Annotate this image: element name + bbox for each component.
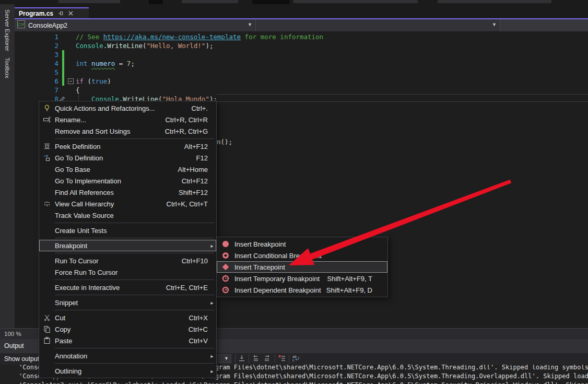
cut-icon [39, 313, 55, 322]
menu-item-shortcut: Shift+F12 [179, 189, 208, 196]
code-line-4: 4int numero = 7; [15, 59, 588, 68]
menu-separator [55, 363, 214, 364]
menu-item-insert-breakpoint[interactable]: Insert Breakpoint [217, 238, 387, 250]
submenu-arrow-icon: ▸ [208, 368, 216, 374]
menu-item-label: Cut [55, 314, 65, 322]
menu-item-shortcut: Ctrl+F10 [182, 257, 208, 265]
menu-item-execute-in-interactive[interactable]: Execute in InteractiveCtrl+E, Ctrl+E [39, 282, 216, 293]
chevron-down-icon: ▼ [248, 22, 252, 27]
menu-item-label: Insert Breakpoint [234, 240, 286, 248]
menu-item-shortcut: Ctrl+R, Ctrl+R [165, 116, 208, 124]
pin-icon[interactable] [58, 10, 64, 16]
goto-definition-icon [39, 154, 55, 162]
line-number: 4 [45, 59, 58, 68]
toolbar-fragment [149, 0, 163, 4]
menu-item-find-all-references[interactable]: Find All ReferencesShift+F12 [39, 187, 216, 198]
menu-item-label: Breakpoint [55, 242, 87, 250]
breakpoint-submenu: Insert BreakpointInsert Conditional Brea… [216, 237, 388, 297]
code-line-6: 6−if (true) [15, 77, 588, 86]
menu-item-snippet[interactable]: Snippet▸ [39, 297, 216, 308]
menu-item-label: Peek Definition [55, 143, 100, 150]
menu-item-cut[interactable]: CutCtrl+X [39, 312, 216, 323]
conditional-breakpoint-icon [217, 251, 234, 260]
menu-item-insert-dependent-breakpoint[interactable]: Insert Dependent BreakpointShift+Alt+F9,… [217, 284, 387, 296]
menu-item-label: View Call Hierarchy [55, 200, 114, 208]
menu-item-label: Outlining [55, 367, 81, 375]
rail-item-server-explorer[interactable]: Server Explorer [0, 9, 15, 52]
project-dropdown-label: ConsoleApp2 [28, 22, 67, 29]
menu-item-outlining[interactable]: Outlining▸ [39, 365, 216, 377]
collapse-toggle[interactable]: − [68, 78, 74, 84]
menu-item-shortcut: Ctrl+R, Ctrl+G [165, 127, 208, 135]
submenu-arrow-icon: ▸ [208, 300, 216, 306]
toolbar-separator [275, 354, 275, 363]
word-wrap-button[interactable]: abc [291, 354, 301, 364]
call-hierarchy-icon [39, 200, 55, 208]
menu-item-quick-actions-and-refactorings[interactable]: Quick Actions and Refactorings...Ctrl+. [39, 102, 216, 114]
menu-item-shortcut: Ctrl+V [189, 337, 208, 345]
next-message-button[interactable] [262, 354, 272, 364]
menu-item-paste[interactable]: PasteCtrl+V [39, 335, 216, 346]
line-number: 5 [45, 68, 58, 77]
menu-item-force-run-to-cursor[interactable]: Force Run To Cursor [39, 266, 216, 278]
member-dropdown[interactable]: ▼ [256, 19, 500, 31]
editor-context-menu: Quick Actions and Refactorings...Ctrl+.R… [39, 101, 217, 378]
menu-item-label: Copy [55, 325, 70, 333]
menu-separator [55, 253, 214, 253]
menu-separator [55, 348, 214, 348]
menu-item-go-to-implementation[interactable]: Go To ImplementationCtrl+F12 [39, 175, 216, 187]
menu-item-label: Go To Base [55, 166, 90, 173]
menu-item-insert-temporary-breakpoint[interactable]: Insert Temporary BreakpointShift+Alt+F9,… [217, 273, 387, 284]
menu-item-view-call-hierarchy[interactable]: View Call HierarchyCtrl+K, Ctrl+T [39, 198, 216, 210]
rename-icon [39, 115, 55, 124]
menu-item-remove-and-sort-usings[interactable]: Remove and Sort UsingsCtrl+R, Ctrl+G [39, 125, 216, 137]
menu-item-label: Track Value Source [55, 212, 114, 219]
zoom-level[interactable]: 100 % [4, 331, 21, 337]
menu-item-create-unit-tests[interactable]: Create Unit Tests [39, 225, 216, 236]
menu-item-go-to-base[interactable]: Go To BaseAlt+Home [39, 164, 216, 175]
toolbar-fragment [58, 0, 120, 3]
menu-separator [55, 310, 214, 310]
code-line-5: 5 [15, 68, 588, 77]
menu-item-track-value-source[interactable]: Track Value Source [39, 210, 216, 221]
rail-item-toolbox[interactable]: Toolbox [0, 57, 15, 79]
toolbar-fragment [252, 0, 290, 4]
copy-icon [39, 325, 55, 333]
svg-text:C#: C# [18, 22, 25, 27]
menu-item-label: Go To Definition [55, 154, 103, 162]
chevron-down-icon: ▼ [224, 356, 229, 361]
menu-item-shortcut: Ctrl+F12 [182, 177, 208, 185]
previous-message-button[interactable] [251, 354, 261, 364]
menu-item-rename[interactable]: Rename...Ctrl+R, Ctrl+R [39, 114, 216, 125]
editor-divider-line [217, 94, 588, 95]
menu-item-annotation[interactable]: Annotation▸ [39, 350, 216, 362]
find-message-button[interactable] [237, 354, 246, 364]
left-tool-rail: Server Explorer Toolbox [0, 4, 15, 328]
menu-item-run-to-cursor[interactable]: Run To CursorCtrl+F10 [39, 255, 216, 266]
menu-item-label: Insert Tracepoint [234, 263, 285, 271]
menu-item-label: Paste [55, 337, 72, 345]
output-line: 'ConsoleApp2.exe' (CoreCLR: clrhost): Lo… [19, 381, 588, 384]
menu-item-shortcut: F12 [196, 154, 208, 162]
document-tab-program-cs[interactable]: Program.cs [15, 7, 89, 18]
menu-item-shortcut: Alt+Home [178, 166, 208, 173]
clear-all-button[interactable] [277, 354, 287, 364]
peek-definition-icon [39, 142, 55, 150]
project-dropdown[interactable]: C# ConsoleApp2 ▼ [15, 19, 256, 31]
menu-item-insert-tracepoint[interactable]: Insert Tracepoint [217, 261, 387, 273]
code-line-1: 1// See https://aka.ms/new-console-templ… [15, 32, 588, 41]
menu-item-breakpoint[interactable]: Breakpoint▸ [39, 240, 216, 251]
close-icon[interactable] [68, 11, 73, 16]
menu-item-shortcut: Ctrl+. [192, 104, 208, 112]
menu-item-insert-conditional-breakpoint[interactable]: Insert Conditional Breakpoint [217, 250, 387, 261]
menu-item-label: Go To Implementation [55, 177, 121, 185]
document-tab-strip: Program.cs [15, 4, 588, 18]
menu-item-label: Find All References [55, 189, 114, 196]
temporary-breakpoint-icon [217, 274, 234, 283]
menu-item-copy[interactable]: CopyCtrl+C [39, 323, 216, 335]
line-number: 7 [45, 86, 58, 95]
csharp-project-icon: C# [17, 20, 25, 30]
navigation-bar: C# ConsoleApp2 ▼ ▼ [15, 19, 588, 31]
menu-item-go-to-definition[interactable]: Go To DefinitionF12 [39, 152, 216, 164]
menu-item-peek-definition[interactable]: Peek DefinitionAlt+F12 [39, 141, 216, 152]
